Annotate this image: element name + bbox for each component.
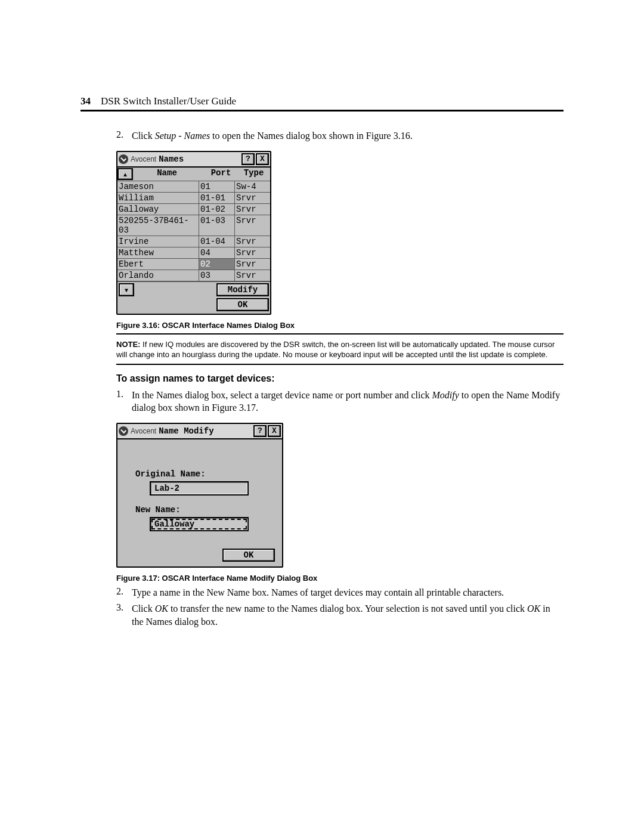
note-text: NOTE: If new IQ modules are discovered b…	[116, 339, 564, 360]
col-name[interactable]: Name	[135, 168, 205, 180]
step-2: 2. Type a name in the New Name box. Name…	[116, 586, 564, 599]
table-header: Name Port Type	[117, 168, 270, 181]
cell-name: Matthew	[117, 247, 199, 258]
dialog-title: Name Modify	[159, 426, 252, 436]
figure-316-caption: Figure 3.16: OSCAR Interface Names Dialo…	[116, 321, 564, 330]
titlebar: Avocent Name Modify ? X	[117, 424, 282, 439]
table-row[interactable]: William01-01Srvr	[117, 192, 270, 203]
intro-step-text: Click Setup - Names to open the Names di…	[132, 129, 564, 143]
cell-name: 520255-37B461-03	[117, 215, 199, 236]
cell-port: 03	[199, 270, 235, 281]
step-2-text: Type a name in the New Name box. Names o…	[132, 586, 564, 599]
cell-type: Srvr	[235, 259, 270, 270]
list-number: 2.	[116, 129, 132, 143]
header-rule	[80, 110, 564, 112]
cell-name: Ebert	[117, 259, 199, 270]
step-3: 3. Click OK to transfer the new name to …	[116, 602, 564, 628]
page-number: 34	[80, 95, 91, 107]
brand-label: Avocent	[131, 155, 156, 163]
new-name-label: New Name:	[135, 505, 271, 515]
list-number: 3.	[116, 602, 132, 628]
avocent-logo-icon	[119, 154, 128, 164]
names-dialog: Avocent Names ? X Name Port Type Jameson…	[116, 151, 271, 315]
intro-step: 2. Click Setup - Names to open the Names…	[116, 129, 564, 143]
cell-name: Galloway	[117, 204, 199, 215]
scroll-down-button[interactable]	[119, 283, 134, 296]
cell-port: 01-02	[199, 204, 235, 215]
step-3-text: Click OK to transfer the new name to the…	[132, 602, 564, 628]
table-row[interactable]: 520255-37B461-0301-03Srvr	[117, 215, 270, 236]
scroll-up-button[interactable]	[117, 168, 133, 180]
close-button[interactable]: X	[256, 153, 269, 165]
col-type[interactable]: Type	[237, 168, 270, 180]
doc-title: DSR Switch Installer/User Guide	[101, 95, 236, 107]
figure-317-caption: Figure 3.17: OSCAR Interface Name Modify…	[116, 574, 564, 583]
cell-port: 01-03	[199, 215, 235, 236]
arrow-up-icon	[123, 169, 127, 179]
cell-type: Srvr	[235, 247, 270, 258]
cell-name: William	[117, 193, 199, 203]
cell-name: Orlando	[117, 270, 199, 281]
cell-port: 02	[199, 259, 235, 270]
table-row[interactable]: Irvine01-04Srvr	[117, 236, 270, 247]
table-row[interactable]: Orlando03Srvr	[117, 270, 270, 281]
cell-name: Jameson	[117, 181, 199, 192]
col-port[interactable]: Port	[205, 168, 237, 180]
cell-name: Irvine	[117, 236, 199, 247]
ok-button[interactable]: OK	[222, 549, 275, 562]
cell-type: Srvr	[235, 215, 270, 236]
table-row[interactable]: Ebert02Srvr	[117, 258, 270, 270]
new-name-field[interactable]: Galloway	[150, 517, 249, 531]
modify-dialog: Avocent Name Modify ? X Original Name: L…	[116, 423, 283, 568]
cell-port: 04	[199, 247, 235, 258]
page-header: 34 DSR Switch Installer/User Guide	[80, 95, 564, 107]
list-number: 1.	[116, 389, 132, 414]
section-heading: To assign names to target devices:	[116, 373, 564, 384]
step-1: 1. In the Names dialog box, select a tar…	[116, 389, 564, 414]
original-name-field: Lab-2	[150, 481, 249, 496]
titlebar: Avocent Names ? X	[117, 152, 270, 168]
table-row[interactable]: Galloway01-02Srvr	[117, 203, 270, 215]
table-row[interactable]: Matthew04Srvr	[117, 247, 270, 258]
cell-type: Srvr	[235, 270, 270, 281]
cell-type: Srvr	[235, 193, 270, 203]
arrow-down-icon	[125, 285, 128, 295]
cell-port: 01-04	[199, 236, 235, 247]
modify-button[interactable]: Modify	[216, 283, 269, 296]
note-top-rule	[116, 333, 564, 335]
dialog-title: Names	[159, 154, 240, 164]
cell-type: Sw-4	[235, 181, 270, 192]
cell-port: 01-01	[199, 193, 235, 203]
cell-type: Srvr	[235, 204, 270, 215]
cell-type: Srvr	[235, 236, 270, 247]
original-name-label: Original Name:	[135, 469, 271, 479]
step-1-text: In the Names dialog box, select a target…	[132, 389, 564, 414]
avocent-logo-icon	[119, 426, 128, 436]
table-row[interactable]: Jameson01Sw-4	[117, 181, 270, 192]
cell-port: 01	[199, 181, 235, 192]
close-button[interactable]: X	[268, 425, 281, 437]
list-number: 2.	[116, 586, 132, 599]
note-bottom-rule	[116, 364, 564, 365]
help-button[interactable]: ?	[242, 153, 255, 165]
brand-label: Avocent	[131, 427, 156, 435]
ok-button[interactable]: OK	[216, 298, 269, 311]
help-button[interactable]: ?	[253, 425, 267, 437]
